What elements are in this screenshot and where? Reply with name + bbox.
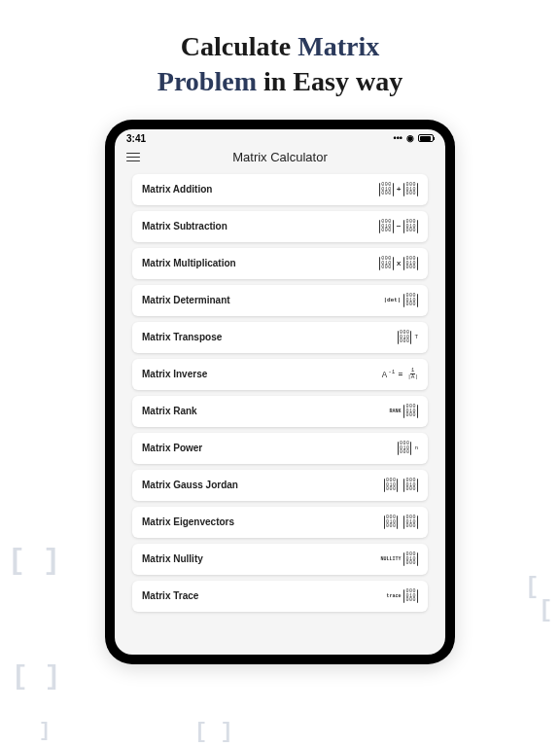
status-icons: ••• ◉ (394, 133, 434, 143)
menu-icon[interactable] (126, 153, 140, 162)
headline-accent: Problem (158, 66, 257, 96)
trace-icon: trace000010000 (386, 589, 418, 603)
transpose-icon: 000010000T (398, 331, 418, 344)
options-list: Matrix Addition000010000+000010000Matrix… (115, 172, 445, 622)
eigen-icon: 000010000000010000 (384, 516, 418, 529)
app-header: Matrix Calculator (115, 146, 445, 172)
status-bar: 3:41 ••• ◉ (115, 129, 445, 146)
wifi-icon: ◉ (406, 133, 414, 143)
page-title: Calculate Matrix Problem in Easy way (0, 0, 560, 120)
option-addition[interactable]: Matrix Addition000010000+000010000 (132, 174, 428, 205)
option-inverse[interactable]: Matrix InverseA-1=1|A| (132, 359, 428, 390)
subtraction-icon: 000010000−000010000 (379, 220, 418, 233)
option-multiplication[interactable]: Matrix Multiplication000010000x000010000 (132, 248, 428, 279)
option-label: Matrix Nullity (142, 553, 203, 564)
decorative-bracket: [ ] (8, 545, 60, 578)
option-trace[interactable]: Matrix Tracetrace000010000 (132, 581, 428, 612)
nullity-icon: NULLITY000010000 (380, 552, 418, 566)
option-nullity[interactable]: Matrix NullityNULLITY000010000 (132, 544, 428, 575)
wifi-icon: ••• (394, 133, 402, 143)
option-eigen[interactable]: Matrix Eigenvectors000010000000010000 (132, 507, 428, 538)
battery-icon (418, 134, 434, 142)
status-time: 3:41 (126, 133, 146, 144)
decorative-bracket: ] (39, 720, 51, 742)
inverse-icon: A-1=1|A| (382, 368, 418, 380)
option-label: Matrix Gauss Jordan (142, 480, 238, 490)
addition-icon: 000010000+000010000 (379, 183, 418, 196)
headline-text: in Easy way (257, 66, 402, 96)
headline-text: Calculate (181, 31, 298, 61)
option-rank[interactable]: Matrix RankRANK000010000 (132, 396, 428, 427)
headline-accent: Matrix (298, 31, 379, 61)
option-determinant[interactable]: Matrix Determinant|det|000010000 (132, 285, 428, 316)
option-label: Matrix Multiplication (142, 258, 236, 268)
option-power[interactable]: Matrix Power000010000n (132, 433, 428, 464)
option-gaussjordan[interactable]: Matrix Gauss Jordan000010000000010000 (132, 470, 428, 501)
option-label: Matrix Subtraction (142, 221, 228, 231)
option-label: Matrix Determinant (142, 295, 230, 305)
decorative-bracket: [ (539, 597, 552, 623)
option-label: Matrix Rank (142, 406, 197, 416)
option-label: Matrix Inverse (142, 369, 207, 379)
app-title: Matrix Calculator (140, 150, 420, 164)
option-label: Matrix Addition (142, 184, 212, 195)
power-icon: 000010000n (398, 442, 418, 455)
device-frame: 3:41 ••• ◉ Matrix Calculator Matrix Addi… (105, 120, 455, 664)
gaussjordan-icon: 000010000000010000 (384, 479, 418, 492)
option-transpose[interactable]: Matrix Transpose000010000T (132, 322, 428, 353)
determinant-icon: |det|000010000 (383, 294, 418, 307)
device-screen: 3:41 ••• ◉ Matrix Calculator Matrix Addi… (115, 129, 445, 655)
option-label: Matrix Eigenvectors (142, 516, 234, 527)
option-subtraction[interactable]: Matrix Subtraction000010000−000010000 (132, 211, 428, 242)
decorative-bracket: [ ] (12, 661, 60, 692)
rank-icon: RANK000010000 (389, 405, 418, 418)
option-label: Matrix Transpose (142, 332, 222, 342)
decorative-bracket: [ (525, 574, 539, 600)
option-label: Matrix Power (142, 443, 202, 453)
decorative-bracket: [ ] (194, 720, 233, 744)
multiplication-icon: 000010000x000010000 (379, 257, 418, 270)
option-label: Matrix Trace (142, 590, 198, 601)
